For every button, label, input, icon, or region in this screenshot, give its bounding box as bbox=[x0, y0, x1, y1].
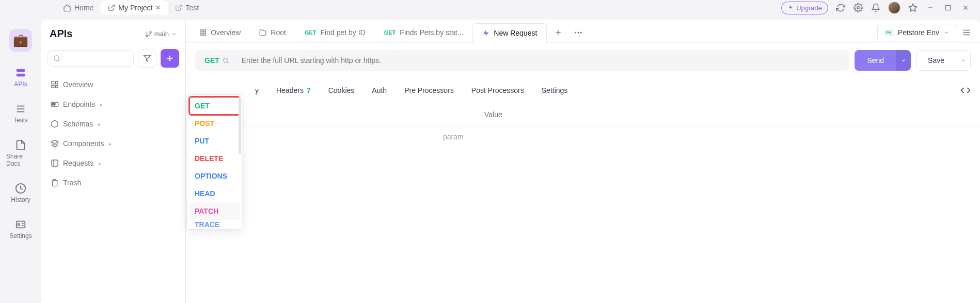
filter-button[interactable] bbox=[138, 49, 156, 68]
save-button-group: Save bbox=[916, 50, 971, 71]
maximize-icon[interactable] bbox=[943, 3, 953, 13]
filter-icon bbox=[143, 54, 151, 62]
method-selector[interactable]: GET bbox=[197, 50, 236, 71]
trash-icon bbox=[51, 179, 59, 187]
svg-point-20 bbox=[146, 35, 148, 37]
tab-label: Overview bbox=[211, 28, 241, 37]
tab-auth[interactable]: Auth bbox=[371, 82, 388, 99]
method-opt-label: DELETE bbox=[195, 154, 223, 163]
method-option-get[interactable]: GET bbox=[189, 97, 240, 115]
tab-headers[interactable]: Headers 7 bbox=[275, 82, 312, 99]
tab-section-settings[interactable]: Settings bbox=[541, 82, 569, 99]
tab-cookies[interactable]: Cookies bbox=[327, 82, 356, 99]
tab-newrequest[interactable]: New Request bbox=[472, 23, 547, 43]
branch-selector[interactable]: main bbox=[145, 30, 177, 38]
refresh-icon[interactable] bbox=[835, 3, 846, 13]
titlebar-tab-test[interactable]: Test bbox=[168, 1, 206, 15]
tab-overview[interactable]: Overview bbox=[190, 23, 250, 42]
add-tab-button[interactable] bbox=[547, 23, 570, 42]
more-tabs-button[interactable] bbox=[570, 23, 587, 42]
folder-icon bbox=[259, 29, 266, 36]
tab-label: Pre Processors bbox=[404, 86, 454, 94]
svg-point-15 bbox=[18, 224, 20, 226]
save-button[interactable]: Save bbox=[916, 51, 956, 70]
apis-icon bbox=[15, 67, 26, 78]
rail-tests[interactable]: Tests bbox=[4, 100, 37, 127]
close-window-icon[interactable] bbox=[960, 3, 971, 13]
svg-point-44 bbox=[580, 32, 582, 34]
rail-sharedocs[interactable]: Share Docs bbox=[4, 136, 37, 170]
tree-endpoints[interactable]: 96 Endpoints ▸ bbox=[48, 95, 179, 113]
svg-point-43 bbox=[578, 32, 579, 34]
url-box: GET bbox=[195, 50, 849, 71]
chevron-down-icon bbox=[943, 29, 950, 36]
close-icon[interactable]: ✕ bbox=[155, 4, 161, 11]
titlebar-tab-home[interactable]: Home bbox=[56, 1, 101, 15]
rail-settings[interactable]: Settings bbox=[4, 216, 37, 243]
tree-overview[interactable]: Overview bbox=[48, 76, 179, 93]
settings-icon bbox=[15, 219, 26, 230]
send-button-group: Send bbox=[855, 50, 911, 71]
pin-icon[interactable] bbox=[908, 3, 918, 13]
chevron-down-icon bbox=[901, 58, 906, 63]
svg-line-1 bbox=[178, 5, 181, 8]
tab-label-suffix: y bbox=[255, 86, 259, 94]
svg-point-21 bbox=[54, 56, 59, 60]
tree-requests[interactable]: Requests ▸ bbox=[48, 154, 179, 172]
search-icon bbox=[53, 55, 60, 62]
url-input[interactable] bbox=[236, 56, 848, 65]
chevron-right-icon: ▸ bbox=[109, 141, 112, 147]
tree-schemas[interactable]: Schemas ▸ bbox=[48, 115, 179, 133]
bell-icon[interactable] bbox=[871, 3, 881, 13]
dropdown-scrollbar[interactable] bbox=[239, 97, 241, 154]
send-button[interactable]: Send bbox=[855, 50, 896, 71]
minimize-icon[interactable] bbox=[925, 3, 936, 13]
svg-marker-32 bbox=[51, 140, 58, 143]
tab-label: New Request bbox=[494, 29, 537, 37]
tab-findpets[interactable]: GET Finds Pets by stat... bbox=[375, 23, 473, 42]
tab-findpet[interactable]: GET Find pet by ID bbox=[295, 23, 375, 42]
tab-root[interactable]: Root bbox=[250, 23, 295, 42]
method-badge: GET bbox=[305, 29, 317, 36]
titlebar-tab-myproject[interactable]: My Project ✕ bbox=[101, 1, 168, 15]
rail-apis[interactable]: APIs bbox=[4, 64, 37, 91]
method-option-head[interactable]: HEAD bbox=[189, 185, 240, 202]
tab-post[interactable]: Post Processors bbox=[470, 82, 525, 99]
env-menu-button[interactable] bbox=[961, 27, 972, 38]
method-option-put[interactable]: PUT bbox=[189, 132, 240, 150]
tree-trash[interactable]: Trash bbox=[48, 174, 179, 192]
svg-line-22 bbox=[58, 60, 60, 61]
chevron-right-icon: ▸ bbox=[100, 102, 103, 107]
upgrade-label: Upgrade bbox=[796, 4, 822, 12]
add-button[interactable] bbox=[161, 49, 179, 68]
section-tabs: y Headers 7 Cookies Auth Pre Processors … bbox=[186, 78, 980, 103]
tree-components[interactable]: Components ▸ bbox=[48, 135, 179, 152]
rail-history[interactable]: History bbox=[4, 180, 37, 206]
svg-marker-39 bbox=[483, 30, 489, 36]
method-option-post[interactable]: POST bbox=[189, 115, 240, 132]
upgrade-button[interactable]: Upgrade bbox=[781, 2, 828, 14]
svg-rect-33 bbox=[52, 160, 58, 166]
avatar[interactable] bbox=[888, 2, 900, 14]
tab-pre[interactable]: Pre Processors bbox=[403, 82, 455, 99]
env-badge: Pe bbox=[884, 29, 894, 36]
chevron-right-icon: ▸ bbox=[98, 121, 101, 127]
send-dropdown[interactable] bbox=[896, 50, 911, 71]
code-snippet-button[interactable] bbox=[960, 85, 971, 95]
method-option-options[interactable]: OPTIONS bbox=[189, 167, 240, 185]
rail-workspace[interactable]: 💼 bbox=[4, 26, 37, 55]
search-input[interactable] bbox=[48, 50, 134, 67]
gear-icon[interactable] bbox=[853, 3, 863, 13]
params-table-row[interactable]: param bbox=[186, 126, 980, 147]
env-selector[interactable]: Pe Petstore Env bbox=[877, 24, 956, 41]
method-option-trace[interactable]: TRACE bbox=[189, 220, 240, 227]
plus-icon bbox=[165, 54, 175, 63]
save-dropdown[interactable] bbox=[956, 51, 970, 70]
branch-label: main bbox=[154, 30, 169, 38]
method-option-patch[interactable]: PATCH bbox=[189, 202, 240, 220]
dots-icon bbox=[574, 28, 583, 37]
method-option-delete[interactable]: DELETE bbox=[189, 150, 240, 167]
sidepanel-tree: Overview 96 Endpoints ▸ Schemas ▸ Compon… bbox=[48, 73, 179, 192]
plus-icon bbox=[554, 28, 562, 37]
overview-icon bbox=[51, 81, 59, 89]
